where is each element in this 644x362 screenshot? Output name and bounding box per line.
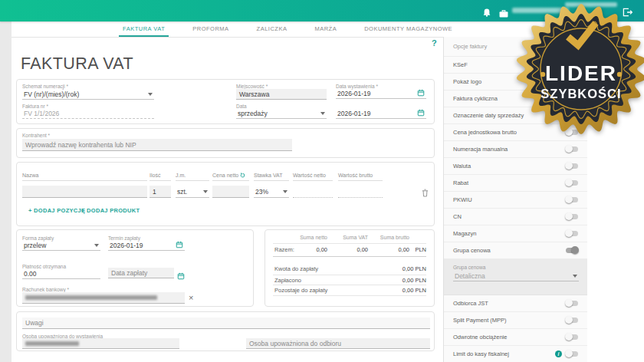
summary-card: Suma netto Suma VAT Suma brutto Razem: 0…	[264, 229, 435, 307]
chevron-down-icon	[203, 190, 208, 193]
data-sprzedazy-value: 2026-01-19	[337, 110, 370, 117]
bell-icon[interactable]	[483, 6, 491, 20]
osoba-wystawienie-input[interactable]	[22, 338, 179, 349]
toggle-switch[interactable]	[566, 214, 578, 219]
toggle-switch[interactable]	[566, 318, 578, 323]
add-position-button[interactable]: + DODAJ POZYCJĘ	[28, 207, 85, 214]
toggle-switch[interactable]	[566, 146, 578, 152]
faktura-nr-placeholder: FV 1/1/2026	[24, 110, 59, 117]
col-header-wartosc-netto: Wartość netto	[293, 173, 333, 181]
faktura-nr-label: Faktura nr *	[22, 104, 48, 109]
chevron-down-icon	[148, 93, 153, 96]
divider	[273, 295, 426, 296]
calendar-icon[interactable]	[417, 89, 425, 98]
grupa-cenowa-value: Detaliczna	[455, 272, 485, 280]
page-title: FAKTURA VAT	[21, 54, 133, 74]
toggle-switch[interactable]	[566, 334, 578, 340]
option-rabat[interactable]: Rabat	[444, 175, 587, 192]
data-zaplaty-placeholder: Data zapłaty	[111, 269, 147, 277]
data-typ-select[interactable]: sprzedaży	[236, 109, 327, 119]
toggle-switch[interactable]	[566, 301, 578, 306]
trash-icon[interactable]	[422, 186, 429, 200]
termin-zaplaty-value: 2026-01-19	[110, 242, 143, 249]
tab-faktura-vat[interactable]: FAKTURA VAT	[119, 21, 169, 37]
toggle-switch[interactable]	[566, 351, 578, 357]
item-wartosc-brutto-field	[338, 190, 383, 198]
kontrahent-label: Kontrahent *	[22, 133, 50, 138]
option-label: Numeracja manualna	[453, 146, 508, 153]
info-icon[interactable]: i	[555, 350, 562, 357]
col-header-cena-netto: Cena netto	[212, 173, 249, 181]
tab-proforma[interactable]: PROFORMA	[189, 21, 232, 37]
toggle-switch[interactable]	[566, 197, 578, 202]
toggle-switch[interactable]	[566, 163, 578, 169]
option-grupa-cenowa[interactable]: Grupa cenowa	[444, 242, 587, 259]
grupa-cenowa-subpanel: Grupa cenowa Detaliczna	[444, 259, 587, 295]
schemat-select[interactable]: FV (nr)/(mies)/(rok)	[22, 90, 154, 100]
item-cena-netto-input[interactable]	[212, 186, 249, 198]
help-icon[interactable]: ?	[432, 38, 437, 48]
zaplacono-label: Zapłacono	[274, 277, 301, 284]
data-sprzedazy-input[interactable]: 2026-01-19	[336, 109, 426, 119]
data-zaplaty-input[interactable]: Data zapłaty	[108, 268, 174, 278]
item-jm-select[interactable]: szt.	[176, 186, 209, 198]
redacted-person-name	[25, 341, 79, 346]
option-odwrotne-obciazenie[interactable]: Odwrotne obciążenie	[444, 329, 587, 346]
toggle-switch[interactable]	[566, 231, 578, 236]
option-label: Grupa cenowa	[453, 247, 491, 254]
razem-brutto: 0,00	[398, 246, 409, 253]
item-vat-select[interactable]: 23%	[254, 186, 289, 198]
badge-dot-right	[617, 72, 622, 77]
kontrahent-card: Kontrahent * Wprowadź nazwę kontrahenta …	[16, 128, 435, 158]
data-typ-label: Data	[236, 104, 247, 109]
calendar-icon[interactable]	[177, 269, 185, 283]
payment-card: Forma zapłaty przelew Termin zapłaty 202…	[16, 229, 254, 307]
item-nazwa-input[interactable]	[22, 186, 147, 198]
chevron-down-icon	[283, 190, 288, 193]
option-pkwiu[interactable]: PKWIU	[444, 192, 587, 209]
option-cn[interactable]: CN	[444, 209, 587, 225]
tab-zaliczka[interactable]: ZALICZKA	[253, 21, 291, 37]
uwagi-input[interactable]: Uwagi	[22, 318, 430, 329]
col-header-ilosc: Ilość	[150, 173, 171, 181]
pozostaje-label: Pozostaje do zapłaty	[274, 287, 327, 294]
option-label: Pokaż logo	[453, 78, 481, 85]
tab-marza[interactable]: MARŻA	[310, 21, 340, 37]
option-odbiorca-jst[interactable]: Odbiorca JST	[444, 295, 587, 312]
add-product-button[interactable]: + DODAJ PRODUKT	[81, 207, 140, 214]
sync-icon[interactable]	[240, 173, 245, 178]
jm-value: szt.	[177, 188, 187, 196]
option-label: Magazyn	[453, 230, 476, 237]
suma-netto-header: Suma netto	[300, 235, 327, 240]
briefcase-icon[interactable]	[499, 7, 508, 21]
platnosc-otrzymana-input[interactable]: 0.00	[22, 269, 100, 279]
calendar-icon[interactable]	[417, 109, 425, 118]
app-window: FAKTURA VAT PROFORMA ZALICZKA MARŻA DOKU…	[0, 0, 644, 362]
termin-zaplaty-input[interactable]: 2026-01-19	[108, 241, 185, 251]
option-numeracja-manualna[interactable]: Numeracja manualna	[444, 141, 587, 158]
tab-dokumenty-magazynowe[interactable]: DOKUMENTY MAGAZYNOWE	[360, 21, 456, 37]
option-waluta[interactable]: Waluta	[444, 158, 587, 175]
razem-label: Razem:	[274, 246, 294, 253]
option-label: Odwrotne obciążenie	[453, 334, 507, 341]
grupa-cenowa-select[interactable]: Detaliczna	[453, 272, 579, 281]
data-wystawienia-input[interactable]: 2026-01-19	[336, 89, 426, 99]
platnosc-otrzymana-label: Płatność otrzymana	[22, 264, 66, 269]
option-split-payment[interactable]: Split Payment (MPP)	[444, 312, 587, 329]
toggle-switch[interactable]	[566, 248, 578, 253]
option-magazyn[interactable]: Magazyn	[444, 225, 587, 242]
option-limit-kasy-fiskalnej[interactable]: Limit do kasy fiskalnej i	[444, 346, 587, 362]
kontrahent-input[interactable]: Wprowadź nazwę kontrahenta lub NIP	[22, 139, 292, 151]
miejscowosc-input[interactable]: Warszawa	[236, 89, 327, 100]
col-header-nazwa: Nazwa	[22, 173, 147, 181]
clear-icon[interactable]: ×	[189, 294, 193, 302]
forma-zaplaty-select[interactable]: przelew	[22, 241, 100, 251]
calendar-icon[interactable]	[176, 241, 183, 250]
invoice-header-card: Schemat numeracji * FV (nr)/(mies)/(rok)…	[16, 79, 435, 124]
schemat-label: Schemat numeracji *	[22, 84, 68, 89]
toggle-switch[interactable]	[566, 180, 578, 186]
faktura-nr-input[interactable]: FV 1/1/2026	[22, 109, 154, 119]
osoba-odbior-input[interactable]: Osoba upoważniona do odbioru	[246, 338, 430, 349]
item-ilosc-input[interactable]: 1	[150, 186, 171, 198]
rachunek-bankowy-input[interactable]	[22, 292, 185, 304]
